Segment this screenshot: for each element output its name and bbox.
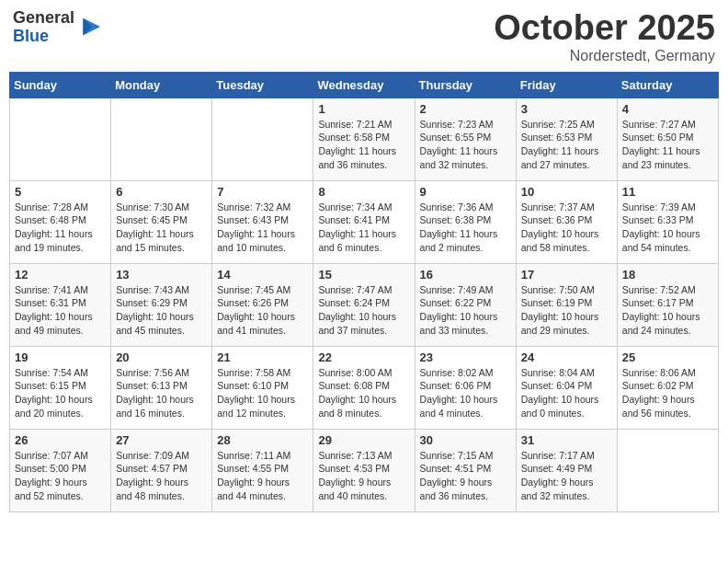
day-number: 26 xyxy=(15,433,106,447)
day-info: Sunrise: 7:56 AM Sunset: 6:13 PM Dayligh… xyxy=(116,366,207,420)
day-info: Sunrise: 7:34 AM Sunset: 6:41 PM Dayligh… xyxy=(318,201,409,255)
calendar-table: SundayMondayTuesdayWednesdayThursdayFrid… xyxy=(9,72,719,512)
day-number: 20 xyxy=(116,350,207,364)
logo: General Blue xyxy=(13,9,102,46)
day-info: Sunrise: 7:50 AM Sunset: 6:19 PM Dayligh… xyxy=(521,283,612,338)
day-number: 2 xyxy=(420,102,511,116)
day-number: 8 xyxy=(318,185,409,199)
calendar-cell: 9Sunrise: 7:36 AM Sunset: 6:38 PM Daylig… xyxy=(415,180,516,263)
day-info: Sunrise: 7:07 AM Sunset: 5:00 PM Dayligh… xyxy=(15,449,106,503)
day-info: Sunrise: 7:45 AM Sunset: 6:26 PM Dayligh… xyxy=(217,283,308,338)
calendar-cell: 4Sunrise: 7:27 AM Sunset: 6:50 PM Daylig… xyxy=(617,98,718,180)
calendar-cell xyxy=(212,98,313,180)
calendar-cell: 20Sunrise: 7:56 AM Sunset: 6:13 PM Dayli… xyxy=(111,346,212,429)
day-number: 11 xyxy=(622,185,713,199)
day-number: 28 xyxy=(217,433,308,447)
logo-blue: Blue xyxy=(13,28,74,46)
day-info: Sunrise: 7:43 AM Sunset: 6:29 PM Dayligh… xyxy=(116,283,207,338)
calendar-cell: 25Sunrise: 8:06 AM Sunset: 6:02 PM Dayli… xyxy=(617,346,718,429)
calendar-week-2: 5Sunrise: 7:28 AM Sunset: 6:48 PM Daylig… xyxy=(10,180,719,263)
calendar-cell: 26Sunrise: 7:07 AM Sunset: 5:00 PM Dayli… xyxy=(10,429,111,511)
day-info: Sunrise: 7:37 AM Sunset: 6:36 PM Dayligh… xyxy=(521,201,612,255)
day-info: Sunrise: 7:54 AM Sunset: 6:15 PM Dayligh… xyxy=(15,366,106,420)
calendar-cell: 13Sunrise: 7:43 AM Sunset: 6:29 PM Dayli… xyxy=(111,263,212,346)
header-thursday: Thursday xyxy=(415,72,516,98)
header-friday: Friday xyxy=(516,72,617,98)
calendar-cell: 28Sunrise: 7:11 AM Sunset: 4:55 PM Dayli… xyxy=(212,429,313,511)
calendar-week-4: 19Sunrise: 7:54 AM Sunset: 6:15 PM Dayli… xyxy=(10,346,719,429)
calendar-cell: 5Sunrise: 7:28 AM Sunset: 6:48 PM Daylig… xyxy=(10,180,111,263)
day-number: 10 xyxy=(521,185,612,199)
title-block: October 2025 Norderstedt, Germany xyxy=(494,9,715,64)
day-number: 27 xyxy=(116,433,207,447)
day-info: Sunrise: 7:47 AM Sunset: 6:24 PM Dayligh… xyxy=(318,283,409,338)
day-info: Sunrise: 8:04 AM Sunset: 6:04 PM Dayligh… xyxy=(521,366,612,420)
location: Norderstedt, Germany xyxy=(494,48,715,64)
day-number: 29 xyxy=(318,433,409,447)
header-sunday: Sunday xyxy=(10,72,111,98)
day-number: 1 xyxy=(318,102,409,116)
day-number: 18 xyxy=(622,268,713,282)
month-title: October 2025 xyxy=(494,9,715,48)
day-number: 13 xyxy=(116,268,207,282)
day-info: Sunrise: 7:23 AM Sunset: 6:55 PM Dayligh… xyxy=(420,118,511,172)
calendar-cell: 22Sunrise: 8:00 AM Sunset: 6:08 PM Dayli… xyxy=(313,346,415,429)
day-number: 21 xyxy=(217,350,308,364)
calendar-cell: 17Sunrise: 7:50 AM Sunset: 6:19 PM Dayli… xyxy=(516,263,617,346)
calendar-cell: 12Sunrise: 7:41 AM Sunset: 6:31 PM Dayli… xyxy=(10,263,111,346)
calendar-cell: 21Sunrise: 7:58 AM Sunset: 6:10 PM Dayli… xyxy=(212,346,313,429)
calendar-cell: 2Sunrise: 7:23 AM Sunset: 6:55 PM Daylig… xyxy=(415,98,516,180)
calendar-cell: 15Sunrise: 7:47 AM Sunset: 6:24 PM Dayli… xyxy=(313,263,415,346)
day-info: Sunrise: 7:36 AM Sunset: 6:38 PM Dayligh… xyxy=(420,201,511,255)
calendar-cell: 10Sunrise: 7:37 AM Sunset: 6:36 PM Dayli… xyxy=(516,180,617,263)
calendar-cell: 19Sunrise: 7:54 AM Sunset: 6:15 PM Dayli… xyxy=(10,346,111,429)
calendar-week-5: 26Sunrise: 7:07 AM Sunset: 5:00 PM Dayli… xyxy=(10,429,719,511)
day-number: 3 xyxy=(521,102,612,116)
day-info: Sunrise: 7:39 AM Sunset: 6:33 PM Dayligh… xyxy=(622,201,713,255)
calendar-cell: 6Sunrise: 7:30 AM Sunset: 6:45 PM Daylig… xyxy=(111,180,212,263)
day-info: Sunrise: 7:28 AM Sunset: 6:48 PM Dayligh… xyxy=(15,201,106,255)
header-monday: Monday xyxy=(111,72,212,98)
calendar-cell: 29Sunrise: 7:13 AM Sunset: 4:53 PM Dayli… xyxy=(313,429,415,511)
calendar-cell: 24Sunrise: 8:04 AM Sunset: 6:04 PM Dayli… xyxy=(516,346,617,429)
day-number: 4 xyxy=(622,102,713,116)
calendar-cell: 18Sunrise: 7:52 AM Sunset: 6:17 PM Dayli… xyxy=(617,263,718,346)
calendar-cell xyxy=(617,429,718,511)
day-info: Sunrise: 7:27 AM Sunset: 6:50 PM Dayligh… xyxy=(622,118,713,172)
calendar-cell: 1Sunrise: 7:21 AM Sunset: 6:58 PM Daylig… xyxy=(313,98,415,180)
day-info: Sunrise: 7:15 AM Sunset: 4:51 PM Dayligh… xyxy=(420,449,511,503)
day-number: 14 xyxy=(217,268,308,282)
calendar-cell: 7Sunrise: 7:32 AM Sunset: 6:43 PM Daylig… xyxy=(212,180,313,263)
day-number: 19 xyxy=(15,350,106,364)
day-info: Sunrise: 7:09 AM Sunset: 4:57 PM Dayligh… xyxy=(116,449,207,503)
header-wednesday: Wednesday xyxy=(313,72,415,98)
calendar-cell: 23Sunrise: 8:02 AM Sunset: 6:06 PM Dayli… xyxy=(415,346,516,429)
calendar-cell: 30Sunrise: 7:15 AM Sunset: 4:51 PM Dayli… xyxy=(415,429,516,511)
calendar-cell: 31Sunrise: 7:17 AM Sunset: 4:49 PM Dayli… xyxy=(516,429,617,511)
day-info: Sunrise: 7:11 AM Sunset: 4:55 PM Dayligh… xyxy=(217,449,308,503)
day-number: 12 xyxy=(15,268,106,282)
calendar-cell: 3Sunrise: 7:25 AM Sunset: 6:53 PM Daylig… xyxy=(516,98,617,180)
day-info: Sunrise: 7:52 AM Sunset: 6:17 PM Dayligh… xyxy=(622,283,713,338)
day-number: 7 xyxy=(217,185,308,199)
day-info: Sunrise: 8:00 AM Sunset: 6:08 PM Dayligh… xyxy=(318,366,409,420)
day-number: 24 xyxy=(521,350,612,364)
calendar-cell xyxy=(10,98,111,180)
day-number: 23 xyxy=(420,350,511,364)
header-saturday: Saturday xyxy=(617,72,718,98)
calendar-cell xyxy=(111,98,212,180)
calendar-week-3: 12Sunrise: 7:41 AM Sunset: 6:31 PM Dayli… xyxy=(10,263,719,346)
day-info: Sunrise: 7:17 AM Sunset: 4:49 PM Dayligh… xyxy=(521,449,612,503)
day-info: Sunrise: 8:02 AM Sunset: 6:06 PM Dayligh… xyxy=(420,366,511,420)
logo-general: General xyxy=(13,9,74,28)
calendar-cell: 27Sunrise: 7:09 AM Sunset: 4:57 PM Dayli… xyxy=(111,429,212,511)
calendar-cell: 16Sunrise: 7:49 AM Sunset: 6:22 PM Dayli… xyxy=(415,263,516,346)
day-number: 9 xyxy=(420,185,511,199)
day-info: Sunrise: 8:06 AM Sunset: 6:02 PM Dayligh… xyxy=(622,366,713,420)
day-number: 15 xyxy=(318,268,409,282)
day-info: Sunrise: 7:13 AM Sunset: 4:53 PM Dayligh… xyxy=(318,449,409,503)
day-number: 25 xyxy=(622,350,713,364)
day-info: Sunrise: 7:41 AM Sunset: 6:31 PM Dayligh… xyxy=(15,283,106,338)
day-number: 17 xyxy=(521,268,612,282)
day-info: Sunrise: 7:32 AM Sunset: 6:43 PM Dayligh… xyxy=(217,201,308,255)
